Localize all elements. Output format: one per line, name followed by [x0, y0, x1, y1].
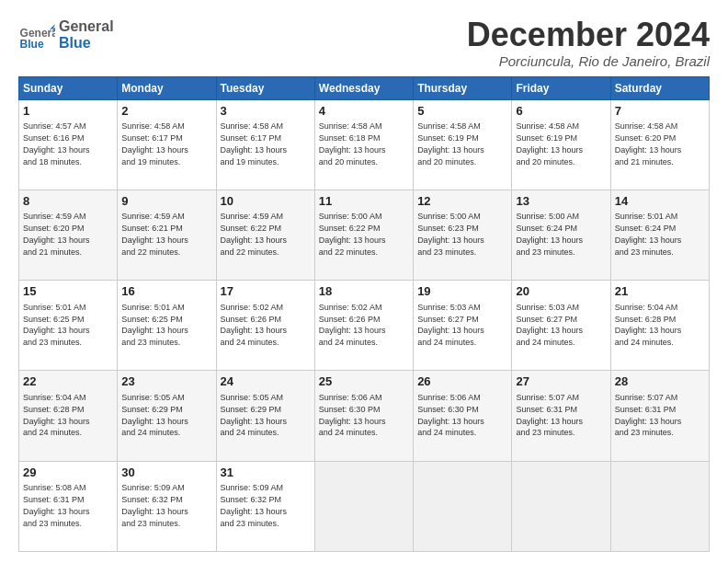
day-cell	[314, 461, 413, 551]
day-cell: 28Sunrise: 5:07 AMSunset: 6:31 PMDayligh…	[610, 371, 709, 461]
day-cell: 16Sunrise: 5:01 AMSunset: 6:25 PMDayligh…	[118, 281, 216, 371]
day-cell: 7Sunrise: 4:58 AMSunset: 6:20 PMDaylight…	[610, 99, 709, 190]
day-info: Sunrise: 5:07 AMSunset: 6:31 PMDaylight:…	[615, 393, 682, 437]
day-cell: 15Sunrise: 5:01 AMSunset: 6:25 PMDayligh…	[19, 281, 118, 371]
day-number: 7	[615, 103, 705, 120]
day-number: 19	[417, 283, 507, 300]
day-info: Sunrise: 5:09 AMSunset: 6:32 PMDaylight:…	[121, 483, 188, 527]
title-block: December 2024 Porciuncula, Rio de Janeir…	[467, 17, 710, 69]
day-cell: 31Sunrise: 5:09 AMSunset: 6:32 PMDayligh…	[216, 461, 314, 551]
day-number: 13	[516, 193, 606, 210]
day-cell: 6Sunrise: 4:58 AMSunset: 6:19 PMDaylight…	[512, 99, 610, 190]
weekday-saturday: Saturday	[610, 76, 709, 99]
day-info: Sunrise: 5:03 AMSunset: 6:27 PMDaylight:…	[516, 303, 583, 347]
day-number: 22	[23, 373, 113, 390]
day-info: Sunrise: 4:59 AMSunset: 6:21 PMDaylight:…	[121, 212, 188, 256]
day-info: Sunrise: 4:59 AMSunset: 6:22 PMDaylight:…	[221, 212, 288, 256]
day-cell: 21Sunrise: 5:04 AMSunset: 6:28 PMDayligh…	[610, 281, 709, 371]
day-cell: 20Sunrise: 5:03 AMSunset: 6:27 PMDayligh…	[512, 281, 610, 371]
day-number: 17	[221, 283, 311, 300]
day-cell: 14Sunrise: 5:01 AMSunset: 6:24 PMDayligh…	[610, 190, 709, 280]
day-number: 3	[221, 103, 311, 120]
day-info: Sunrise: 5:00 AMSunset: 6:23 PMDaylight:…	[417, 212, 484, 256]
day-number: 10	[221, 193, 311, 210]
day-cell: 13Sunrise: 5:00 AMSunset: 6:24 PMDayligh…	[512, 190, 610, 280]
day-cell: 23Sunrise: 5:05 AMSunset: 6:29 PMDayligh…	[118, 371, 216, 461]
day-info: Sunrise: 5:02 AMSunset: 6:26 PMDaylight:…	[221, 303, 288, 347]
logo-blue: Blue	[59, 35, 114, 52]
day-number: 30	[121, 465, 211, 481]
weekday-monday: Monday	[118, 76, 216, 99]
day-info: Sunrise: 5:06 AMSunset: 6:30 PMDaylight:…	[319, 393, 386, 437]
day-cell: 24Sunrise: 5:05 AMSunset: 6:29 PMDayligh…	[216, 371, 314, 461]
day-cell: 10Sunrise: 4:59 AMSunset: 6:22 PMDayligh…	[216, 190, 314, 280]
day-info: Sunrise: 5:02 AMSunset: 6:26 PMDaylight:…	[319, 303, 386, 347]
day-number: 6	[516, 103, 606, 120]
day-cell: 19Sunrise: 5:03 AMSunset: 6:27 PMDayligh…	[414, 281, 512, 371]
day-info: Sunrise: 5:01 AMSunset: 6:25 PMDaylight:…	[121, 303, 188, 347]
weekday-sunday: Sunday	[19, 76, 118, 99]
day-info: Sunrise: 5:03 AMSunset: 6:27 PMDaylight:…	[417, 303, 484, 347]
day-number: 8	[23, 193, 113, 210]
day-info: Sunrise: 5:01 AMSunset: 6:24 PMDaylight:…	[615, 212, 682, 256]
day-cell	[610, 461, 709, 551]
day-number: 24	[221, 373, 311, 390]
day-number: 27	[516, 373, 606, 390]
day-cell: 1Sunrise: 4:57 AMSunset: 6:16 PMDaylight…	[19, 99, 118, 190]
day-number: 25	[319, 373, 409, 390]
day-cell: 27Sunrise: 5:07 AMSunset: 6:31 PMDayligh…	[512, 371, 610, 461]
day-number: 18	[319, 283, 409, 300]
day-number: 9	[121, 193, 211, 210]
day-number: 12	[417, 193, 507, 210]
day-info: Sunrise: 4:58 AMSunset: 6:18 PMDaylight:…	[319, 121, 386, 166]
day-cell	[512, 461, 610, 551]
day-info: Sunrise: 5:00 AMSunset: 6:24 PMDaylight:…	[516, 212, 583, 256]
day-info: Sunrise: 4:57 AMSunset: 6:16 PMDaylight:…	[23, 121, 90, 166]
day-number: 31	[221, 465, 311, 481]
week-row-2: 8Sunrise: 4:59 AMSunset: 6:20 PMDaylight…	[19, 190, 710, 280]
day-number: 2	[121, 103, 211, 120]
day-info: Sunrise: 5:07 AMSunset: 6:31 PMDaylight:…	[516, 393, 583, 437]
day-info: Sunrise: 4:58 AMSunset: 6:19 PMDaylight:…	[417, 121, 484, 166]
day-cell: 2Sunrise: 4:58 AMSunset: 6:17 PMDaylight…	[118, 99, 216, 190]
day-info: Sunrise: 5:05 AMSunset: 6:29 PMDaylight:…	[121, 393, 188, 437]
day-cell: 11Sunrise: 5:00 AMSunset: 6:22 PMDayligh…	[314, 190, 413, 280]
day-info: Sunrise: 5:05 AMSunset: 6:29 PMDaylight:…	[221, 393, 288, 437]
day-info: Sunrise: 4:58 AMSunset: 6:17 PMDaylight:…	[221, 121, 288, 166]
week-row-5: 29Sunrise: 5:08 AMSunset: 6:31 PMDayligh…	[19, 461, 710, 551]
day-cell: 30Sunrise: 5:09 AMSunset: 6:32 PMDayligh…	[118, 461, 216, 551]
day-number: 11	[319, 193, 409, 210]
weekday-tuesday: Tuesday	[216, 76, 314, 99]
day-number: 28	[615, 373, 705, 390]
day-cell: 9Sunrise: 4:59 AMSunset: 6:21 PMDaylight…	[118, 190, 216, 280]
weekday-wednesday: Wednesday	[314, 76, 413, 99]
day-number: 21	[615, 283, 705, 300]
day-cell: 4Sunrise: 4:58 AMSunset: 6:18 PMDaylight…	[314, 99, 413, 190]
day-cell: 25Sunrise: 5:06 AMSunset: 6:30 PMDayligh…	[314, 371, 413, 461]
svg-text:Blue: Blue	[20, 38, 44, 51]
day-cell: 18Sunrise: 5:02 AMSunset: 6:26 PMDayligh…	[314, 281, 413, 371]
day-info: Sunrise: 5:09 AMSunset: 6:32 PMDaylight:…	[221, 483, 288, 527]
day-info: Sunrise: 4:58 AMSunset: 6:19 PMDaylight:…	[516, 121, 583, 166]
day-number: 4	[319, 103, 409, 120]
month-title: December 2024	[467, 17, 710, 53]
day-number: 14	[615, 193, 705, 210]
week-row-1: 1Sunrise: 4:57 AMSunset: 6:16 PMDaylight…	[19, 99, 710, 190]
day-info: Sunrise: 5:04 AMSunset: 6:28 PMDaylight:…	[615, 303, 682, 347]
day-cell: 29Sunrise: 5:08 AMSunset: 6:31 PMDayligh…	[19, 461, 118, 551]
day-cell: 5Sunrise: 4:58 AMSunset: 6:19 PMDaylight…	[414, 99, 512, 190]
header: General Blue General Blue December 2024 …	[18, 17, 710, 69]
day-info: Sunrise: 5:01 AMSunset: 6:25 PMDaylight:…	[23, 303, 90, 347]
day-number: 1	[23, 103, 113, 120]
day-cell	[414, 461, 512, 551]
day-info: Sunrise: 5:00 AMSunset: 6:22 PMDaylight:…	[319, 212, 386, 256]
day-cell: 22Sunrise: 5:04 AMSunset: 6:28 PMDayligh…	[19, 371, 118, 461]
day-number: 29	[23, 465, 113, 481]
day-number: 5	[417, 103, 507, 120]
day-number: 20	[516, 283, 606, 300]
weekday-friday: Friday	[512, 76, 610, 99]
day-info: Sunrise: 5:06 AMSunset: 6:30 PMDaylight:…	[417, 393, 484, 437]
logo-icon: General Blue	[18, 17, 55, 53]
day-info: Sunrise: 4:59 AMSunset: 6:20 PMDaylight:…	[23, 212, 90, 256]
day-info: Sunrise: 5:08 AMSunset: 6:31 PMDaylight:…	[23, 483, 90, 527]
